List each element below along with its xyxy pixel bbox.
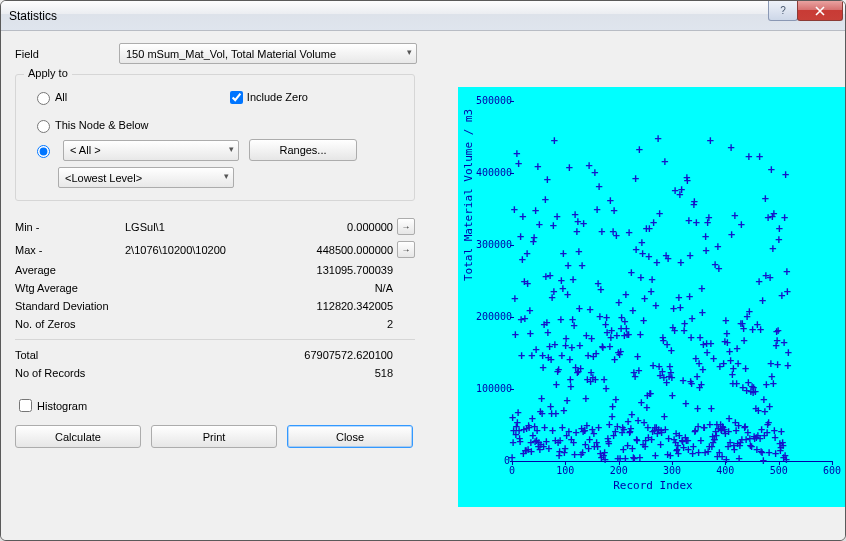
data-point: +: [534, 163, 541, 170]
data-point: +: [517, 233, 524, 240]
print-button[interactable]: Print: [151, 425, 277, 448]
data-point: +: [595, 424, 602, 431]
data-point: +: [569, 277, 576, 284]
data-point: +: [597, 287, 604, 294]
data-point: +: [728, 144, 735, 151]
stat-row-max: Max - 2\1076\10200\10200 448500.000000 →: [15, 238, 415, 261]
arrow-right-icon: →: [402, 245, 411, 255]
dialog-titlebar[interactable]: Statistics ?: [1, 1, 845, 31]
data-point: +: [784, 362, 791, 369]
ranges-button[interactable]: Ranges...: [249, 139, 357, 161]
apply-this-node-radio[interactable]: This Node & Below: [32, 117, 398, 133]
data-point: +: [677, 259, 684, 266]
data-point: +: [542, 196, 549, 203]
stat-row-wtg-average: Wtg Average N/A: [15, 279, 415, 297]
data-point: +: [708, 405, 715, 412]
arrow-right-icon: →: [402, 222, 411, 232]
data-point: +: [534, 428, 541, 435]
data-point: +: [686, 294, 693, 301]
data-point: +: [770, 210, 777, 217]
data-point: +: [613, 233, 620, 240]
data-point: +: [518, 353, 525, 360]
data-point: +: [526, 308, 533, 315]
data-point: +: [740, 325, 747, 332]
data-point: +: [617, 349, 624, 356]
field-dropdown[interactable]: 150 mSum_Mat_Vol, Total Material Volume: [119, 43, 417, 64]
data-point: +: [550, 289, 557, 296]
stat-min-path: LGSul\1: [125, 221, 273, 233]
stat-records-label: No of Records: [15, 367, 215, 379]
data-point: +: [783, 268, 790, 275]
close-button[interactable]: Close: [287, 425, 413, 448]
dialog-title: Statistics: [9, 9, 57, 23]
stat-row-zeros: No. of Zeros 2: [15, 315, 415, 333]
field-label: Field: [15, 48, 119, 60]
stat-std-value: 112820.342005: [215, 300, 393, 312]
data-point: +: [649, 276, 656, 283]
data-point: +: [762, 196, 769, 203]
goto-max-button[interactable]: →: [397, 241, 415, 258]
xtick: 400: [716, 465, 734, 476]
data-point: +: [591, 169, 598, 176]
help-button[interactable]: ?: [768, 1, 798, 21]
data-point: +: [735, 361, 742, 368]
data-point: +: [746, 308, 753, 315]
data-point: +: [691, 198, 698, 205]
ytick: 0: [476, 455, 510, 466]
data-point: +: [756, 154, 763, 161]
close-icon: [815, 6, 825, 16]
include-zero-checkbox[interactable]: Include Zero: [226, 88, 308, 107]
xtick: 300: [663, 465, 681, 476]
data-point: +: [742, 365, 749, 372]
data-point: +: [573, 228, 580, 235]
stat-min-value: 0.000000: [273, 221, 393, 233]
data-point: +: [564, 397, 571, 404]
data-point: +: [511, 206, 518, 213]
window-close-button[interactable]: [797, 1, 843, 21]
data-point: +: [577, 366, 584, 373]
filter-dropdown[interactable]: < All >: [63, 140, 239, 161]
data-point: +: [544, 330, 551, 337]
apply-to-legend: Apply to: [24, 67, 72, 79]
data-point: +: [551, 137, 558, 144]
histogram-checkbox[interactable]: Histogram: [15, 396, 435, 415]
data-point: +: [524, 281, 531, 288]
data-point: +: [539, 365, 546, 372]
data-point: +: [579, 262, 586, 269]
ranges-button-label: Ranges...: [279, 144, 326, 156]
calculate-button[interactable]: Calculate: [15, 425, 141, 448]
data-point: +: [628, 269, 635, 276]
stat-max-path: 2\1076\10200\10200: [125, 244, 273, 256]
apply-filter-radio-input[interactable]: [37, 145, 50, 158]
data-point: +: [714, 243, 721, 250]
data-point: +: [550, 223, 557, 230]
data-point: +: [694, 406, 701, 413]
apply-all-radio-input[interactable]: [37, 92, 50, 105]
data-point: +: [720, 360, 727, 367]
xtick: 100: [556, 465, 574, 476]
include-zero-input[interactable]: [230, 91, 243, 104]
data-point: +: [728, 231, 735, 238]
data-point: +: [527, 330, 534, 337]
stat-row-std: Standard Deviation 112820.342005: [15, 297, 415, 315]
histogram-input[interactable]: [19, 399, 32, 412]
apply-all-radio[interactable]: All: [32, 89, 67, 105]
level-dropdown-value: <Lowest Level>: [65, 172, 142, 184]
data-point: +: [784, 289, 791, 296]
stat-zeros-value: 2: [215, 318, 393, 330]
data-point: +: [546, 272, 553, 279]
data-point: +: [778, 429, 785, 436]
stat-wavg-label: Wtg Average: [15, 282, 215, 294]
stat-row-min: Min - LGSul\1 0.000000 →: [15, 215, 415, 238]
data-point: +: [738, 222, 745, 229]
apply-this-node-input[interactable]: [37, 120, 50, 133]
data-point: +: [564, 291, 571, 298]
stat-total-value: 67907572.620100: [215, 349, 393, 361]
goto-min-button[interactable]: →: [397, 218, 415, 235]
scatter-chart: Total Material Volume / m3 Record Index …: [458, 87, 846, 507]
dialog-body: Field 150 mSum_Mat_Vol, Total Material V…: [1, 31, 845, 540]
data-point: +: [702, 234, 709, 241]
level-dropdown[interactable]: <Lowest Level>: [58, 167, 234, 188]
data-point: +: [775, 237, 782, 244]
data-point: +: [538, 396, 545, 403]
